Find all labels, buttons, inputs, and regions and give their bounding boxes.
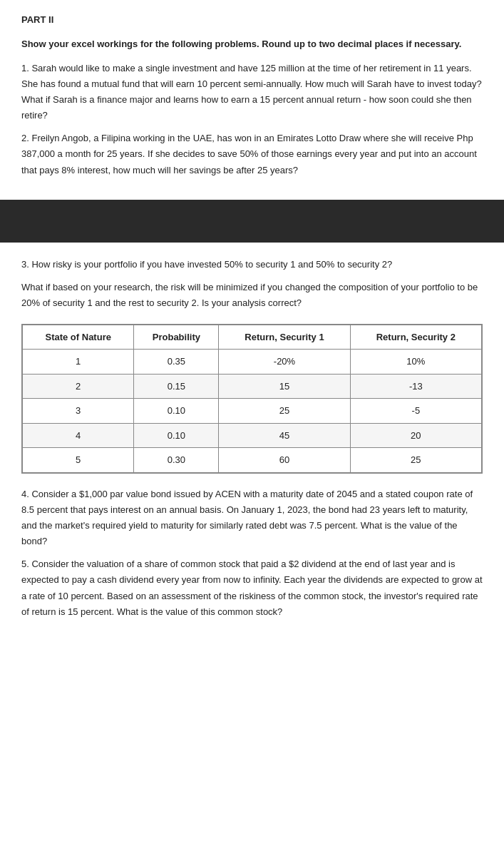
table-row: 20.1515-13 [23,374,482,399]
table-cell-r2-c2: 25 [219,399,350,424]
table-cell-r2-c1: 0.10 [134,399,219,424]
table-cell-r4-c3: 25 [350,448,481,473]
problem-2: 2. Freilyn Angob, a Filipina working in … [21,131,483,178]
table-cell-r1-c3: -13 [350,374,481,399]
table-row: 30.1025-5 [23,399,482,424]
dark-separator [0,200,504,243]
table-cell-r0-c2: -20% [219,350,350,374]
col-header-state: State of Nature [23,325,134,350]
col-header-return2: Return, Security 2 [350,325,481,350]
table-row: 10.35-20%10% [23,350,482,374]
table-cell-r2-c0: 3 [23,399,134,424]
table-cell-r1-c2: 15 [219,374,350,399]
table-cell-r1-c1: 0.15 [134,374,219,399]
problem-1: 1. Sarah would like to make a single inv… [21,61,483,123]
problem-5: 5. Consider the valuation of a share of … [21,556,483,619]
table-cell-r2-c3: -5 [350,399,481,424]
table-cell-r3-c1: 0.10 [134,423,219,448]
problem-3: 3. How risky is your portfolio if you ha… [21,257,483,272]
top-section: PART II Show your excel workings for the… [0,0,504,200]
part-title: PART II [21,13,483,27]
table-cell-r0-c1: 0.35 [134,350,219,374]
data-table: State of Nature Probability Return, Secu… [21,324,483,474]
table-cell-r3-c0: 4 [23,423,134,448]
page: PART II Show your excel workings for the… [0,0,504,641]
table-cell-r3-c3: 20 [350,423,481,448]
table-cell-r3-c2: 45 [219,423,350,448]
instruction: Show your excel workings for the followi… [21,37,483,51]
table-cell-r0-c3: 10% [350,350,481,374]
col-header-return1: Return, Security 1 [219,325,350,350]
table-cell-r4-c1: 0.30 [134,448,219,473]
table-cell-r4-c0: 5 [23,448,134,473]
table-row: 40.104520 [23,423,482,448]
bottom-section: 3. How risky is your portfolio if you ha… [0,243,504,641]
securities-table: State of Nature Probability Return, Secu… [22,325,482,473]
table-cell-r4-c2: 60 [219,448,350,473]
problem-4: 4. Consider a $1,000 par value bond issu… [21,486,483,549]
col-header-probability: Probability [134,325,219,350]
table-header-row: State of Nature Probability Return, Secu… [23,325,482,350]
table-cell-r0-c0: 1 [23,350,134,374]
table-row: 50.306025 [23,448,482,473]
table-cell-r1-c0: 2 [23,374,134,399]
problem-3b: What if based on your research, the risk… [21,280,483,311]
